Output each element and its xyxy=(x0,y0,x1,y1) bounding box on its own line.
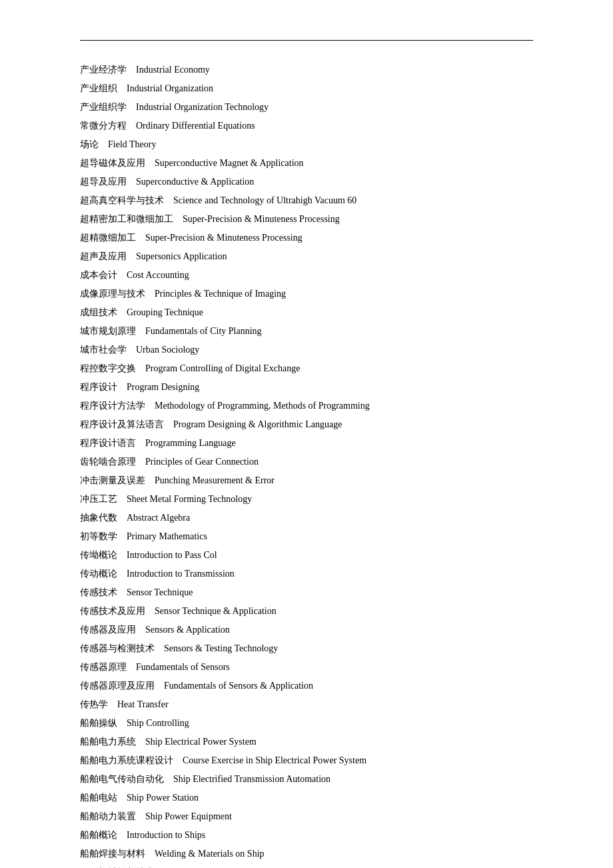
list-item: 传动概论 Introduction to Transmission xyxy=(80,565,533,583)
list-item: 超精密加工和微细加工 Super-Precision & Minuteness … xyxy=(80,210,533,229)
list-item: 传感器原理 Fundamentals of Sensors xyxy=(80,658,533,677)
list-item: 船舶焊接与材料 Welding & Materials on Ship xyxy=(80,845,533,863)
list-item: 程序设计方法学 Methodology of Programming, Meth… xyxy=(80,397,533,415)
list-item: 超导磁体及应用 Superconductive Magnet & Applica… xyxy=(80,154,533,173)
list-item: 初等数学 Primary Mathematics xyxy=(80,527,533,546)
list-item: 传坳概论 Introduction to Pass Col xyxy=(80,546,533,565)
list-item: 产业组织学 Industrial Organization Technology xyxy=(80,98,533,117)
list-item: 产业组织 Industrial Organization xyxy=(80,79,533,98)
list-item: 冲击测量及误差 Punching Measurement & Error xyxy=(80,471,533,490)
list-item: 船舶机械控制技术 Mechanic Control Technology for… xyxy=(80,863,533,868)
list-item: 船舶电气传动自动化 Ship Electrified Transmission … xyxy=(80,770,533,789)
list-item: 传感技术 Sensor Technique xyxy=(80,583,533,602)
list-item: 超声及应用 Supersonics Application xyxy=(80,247,533,266)
list-item: 船舶电站 Ship Power Station xyxy=(80,789,533,807)
list-item: 传感技术及应用 Sensor Technique & Application xyxy=(80,602,533,621)
list-item: 齿轮啮合原理 Principles of Gear Connection xyxy=(80,453,533,471)
list-item: 船舶电力系统课程设计 Course Exercise in Ship Elect… xyxy=(80,751,533,770)
page-container: 产业经济学 Industrial Economy产业组织 Industrial … xyxy=(0,0,613,868)
list-item: 成像原理与技术 Principles & Technique of Imagin… xyxy=(80,285,533,303)
content-list: 产业经济学 Industrial Economy产业组织 Industrial … xyxy=(80,61,533,868)
list-item: 超高真空科学与技术 Science and Technology of Ultr… xyxy=(80,191,533,210)
list-item: 场论 Field Theory xyxy=(80,135,533,154)
list-item: 传感器及应用 Sensors & Application xyxy=(80,621,533,639)
list-item: 超导及应用 Superconductive & Application xyxy=(80,173,533,191)
list-item: 成本会计 Cost Accounting xyxy=(80,266,533,285)
list-item: 船舶电力系统 Ship Electrical Power System xyxy=(80,733,533,751)
list-item: 程序设计 Program Designing xyxy=(80,378,533,397)
list-item: 船舶操纵 Ship Controlling xyxy=(80,714,533,733)
list-item: 传感器与检测技术 Sensors & Testing Technology xyxy=(80,639,533,658)
list-item: 船舶概论 Introduction to Ships xyxy=(80,826,533,845)
list-item: 城市社会学 Urban Sociology xyxy=(80,341,533,359)
list-item: 程控数字交换 Program Controlling of Digital Ex… xyxy=(80,359,533,378)
list-item: 程序设计语言 Programming Language xyxy=(80,434,533,453)
list-item: 成组技术 Grouping Technique xyxy=(80,303,533,322)
list-item: 传感器原理及应用 Fundamentals of Sensors & Appli… xyxy=(80,677,533,695)
list-item: 产业经济学 Industrial Economy xyxy=(80,61,533,79)
list-item: 船舶动力装置 Ship Power Equipment xyxy=(80,807,533,826)
list-item: 城市规划原理 Fundamentals of City Planning xyxy=(80,322,533,341)
list-item: 抽象代数 Abstract Algebra xyxy=(80,509,533,527)
list-item: 超精微细加工 Super-Precision & Minuteness Proc… xyxy=(80,229,533,247)
list-item: 传热学 Heat Transfer xyxy=(80,695,533,714)
list-item: 常微分方程 Ordinary Differential Equations xyxy=(80,117,533,135)
list-item: 程序设计及算法语言 Program Designing & Algorithmi… xyxy=(80,415,533,434)
list-item: 冲压工艺 Sheet Metal Forming Technology xyxy=(80,490,533,509)
top-line xyxy=(80,40,533,41)
